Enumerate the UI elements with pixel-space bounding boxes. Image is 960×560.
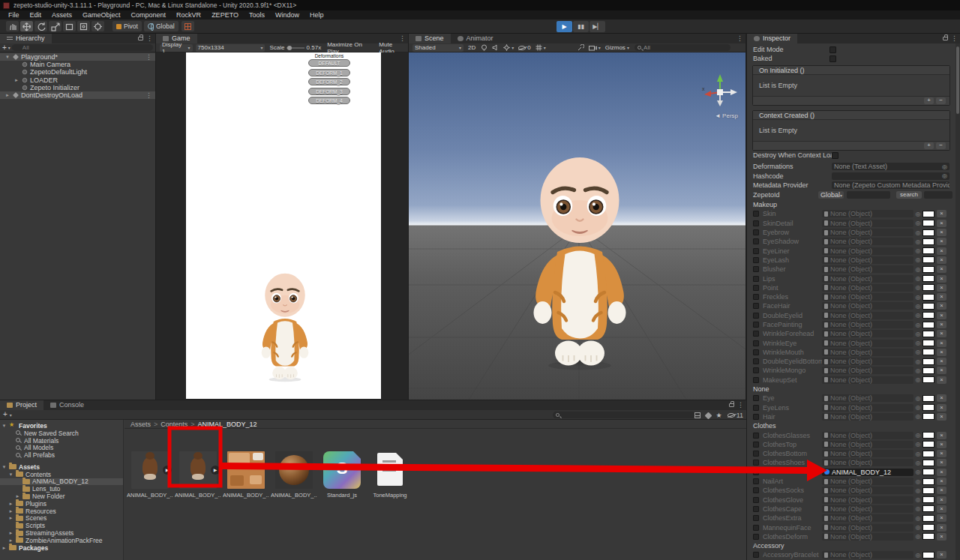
color-swatch[interactable] xyxy=(922,256,934,263)
checkbox[interactable] xyxy=(753,340,759,346)
menu-item[interactable]: RockVR xyxy=(171,11,206,19)
object-field[interactable]: None (Object) xyxy=(822,376,914,384)
clear-icon[interactable]: × xyxy=(937,524,946,532)
clear-icon[interactable]: × xyxy=(937,551,946,559)
object-picker-icon[interactable]: ◎ xyxy=(914,515,922,522)
create-dropdown-icon[interactable]: ▾ xyxy=(8,45,10,50)
object-picker-icon[interactable]: ◎ xyxy=(914,478,922,485)
project-tree-item[interactable]: Scenes xyxy=(0,515,123,523)
audio-toggle-icon[interactable] xyxy=(492,44,499,51)
checkbox[interactable] xyxy=(753,211,759,217)
checkbox[interactable] xyxy=(753,313,759,319)
package-visibility-icon[interactable] xyxy=(694,412,700,418)
object-field[interactable]: None (Object) xyxy=(822,367,914,374)
color-swatch[interactable] xyxy=(922,294,934,301)
object-picker-icon[interactable]: ◎ xyxy=(914,294,922,301)
object-field[interactable]: ANIMAL_BODY_12 xyxy=(822,469,914,476)
color-swatch[interactable] xyxy=(922,496,934,503)
color-swatch[interactable] xyxy=(922,441,934,448)
remove-item-button[interactable]: − xyxy=(936,142,946,149)
hierarchy-item[interactable]: Zepeto Initializer ⋮ xyxy=(0,84,155,91)
object-picker-icon[interactable]: ◎ xyxy=(914,220,922,226)
object-field[interactable]: None (Object) xyxy=(822,265,914,273)
color-swatch[interactable] xyxy=(922,349,934,355)
checkbox[interactable] xyxy=(753,220,759,226)
checkbox[interactable] xyxy=(753,451,759,457)
menu-item[interactable]: Edit xyxy=(25,11,47,19)
orientation-gizmo[interactable]: x xyxy=(700,73,740,112)
object-picker-icon[interactable]: ◎ xyxy=(914,469,922,475)
expand-arrow-icon[interactable] xyxy=(8,472,14,477)
clear-icon[interactable]: × xyxy=(937,469,946,476)
expand-arrow-icon[interactable] xyxy=(14,78,20,82)
clear-icon[interactable]: × xyxy=(937,514,946,522)
checkbox[interactable] xyxy=(753,266,759,272)
object-field[interactable]: None (Object) xyxy=(822,238,914,245)
project-tree-item[interactable]: Scripts xyxy=(0,522,123,529)
clear-icon[interactable]: × xyxy=(937,229,946,236)
expand-arrow-icon[interactable] xyxy=(2,424,7,428)
clear-icon[interactable]: × xyxy=(937,533,946,541)
checkbox[interactable] xyxy=(753,276,759,282)
clear-icon[interactable]: × xyxy=(937,321,946,328)
object-field[interactable]: None (Object) xyxy=(822,394,914,402)
display-dropdown[interactable]: Display 1▾ xyxy=(160,44,193,52)
zepeto-id-input[interactable] xyxy=(847,191,890,199)
object-picker-icon[interactable]: ◎ xyxy=(914,376,922,383)
object-field[interactable]: None (Object) xyxy=(822,340,914,347)
clear-icon[interactable]: × xyxy=(937,312,946,319)
color-swatch[interactable] xyxy=(922,331,934,337)
checkbox[interactable] xyxy=(753,497,759,503)
deform-button[interactable]: DEFAULT xyxy=(308,59,350,67)
tab-project[interactable]: Project xyxy=(0,400,44,410)
menu-item[interactable]: ZEPETO xyxy=(206,11,244,19)
checkbox[interactable] xyxy=(830,55,836,62)
object-field[interactable]: None (Zepeto Custom Metadata Provider) ◎ xyxy=(832,181,950,189)
clear-icon[interactable]: × xyxy=(937,487,946,494)
lock-icon[interactable] xyxy=(943,37,948,40)
breadcrumb-item[interactable]: Assets xyxy=(129,421,159,428)
gizmos-dropdown[interactable]: Gizmos ▾ xyxy=(605,44,629,51)
object-field[interactable]: None (Object) xyxy=(822,487,914,494)
object-field[interactable]: None (Object) xyxy=(822,247,914,255)
expand-arrow-icon[interactable] xyxy=(2,465,7,469)
object-field[interactable]: None (Object) xyxy=(822,349,914,356)
zepeto-scope-dropdown[interactable]: Global▾ xyxy=(818,191,844,199)
checkbox[interactable] xyxy=(753,229,759,235)
expand-arrow-icon[interactable] xyxy=(4,93,10,97)
object-field[interactable]: None (Object) xyxy=(822,321,914,328)
add-item-button[interactable]: + xyxy=(924,97,934,104)
clear-icon[interactable]: × xyxy=(937,450,946,457)
create-button[interactable]: + xyxy=(3,411,8,418)
deform-button[interactable]: DEFORM_3 xyxy=(308,88,350,95)
checkbox[interactable] xyxy=(753,331,759,337)
asset-thumbnail[interactable]: S ▶ xyxy=(227,451,265,489)
clear-icon[interactable]: × xyxy=(937,432,946,439)
color-swatch[interactable] xyxy=(922,552,934,559)
checkbox[interactable] xyxy=(753,377,759,383)
object-picker-icon[interactable]: ◎ xyxy=(914,229,922,236)
asset-item[interactable]: S ▶ ANIMAL_BODY_... xyxy=(222,451,270,499)
clear-icon[interactable]: × xyxy=(937,376,946,384)
object-picker-icon[interactable]: ◎ xyxy=(914,331,922,337)
breadcrumb-item[interactable]: ANIMAL_BODY_12 xyxy=(196,421,259,428)
checkbox[interactable] xyxy=(753,460,759,466)
shading-mode-dropdown[interactable]: Shaded▾ xyxy=(412,44,464,52)
clear-icon[interactable]: × xyxy=(937,413,946,421)
object-field[interactable]: None (Object) xyxy=(822,256,914,264)
create-dropdown-icon[interactable]: ▾ xyxy=(10,412,12,418)
projection-label[interactable]: ◄ Persp xyxy=(715,112,738,119)
color-swatch[interactable] xyxy=(922,322,934,328)
kebab-menu-icon[interactable]: ⋮ xyxy=(146,34,153,42)
tab-inspector[interactable]: Inspector xyxy=(747,34,797,43)
clear-icon[interactable]: × xyxy=(937,358,946,365)
inspector-scrollbar[interactable] xyxy=(956,43,960,560)
asset-thumbnail[interactable]: S ▶ xyxy=(323,451,361,489)
object-field[interactable]: None (Object) xyxy=(822,432,914,439)
object-picker-icon[interactable]: ◎ xyxy=(914,266,922,273)
object-field[interactable]: None (Object) xyxy=(822,275,914,283)
object-picker-icon[interactable]: ◎ xyxy=(914,275,922,282)
asset-item[interactable]: S ▶ ToneMapping xyxy=(366,451,414,499)
pivot-toggle[interactable]: Pivot xyxy=(112,21,142,31)
clear-icon[interactable]: × xyxy=(937,293,946,301)
